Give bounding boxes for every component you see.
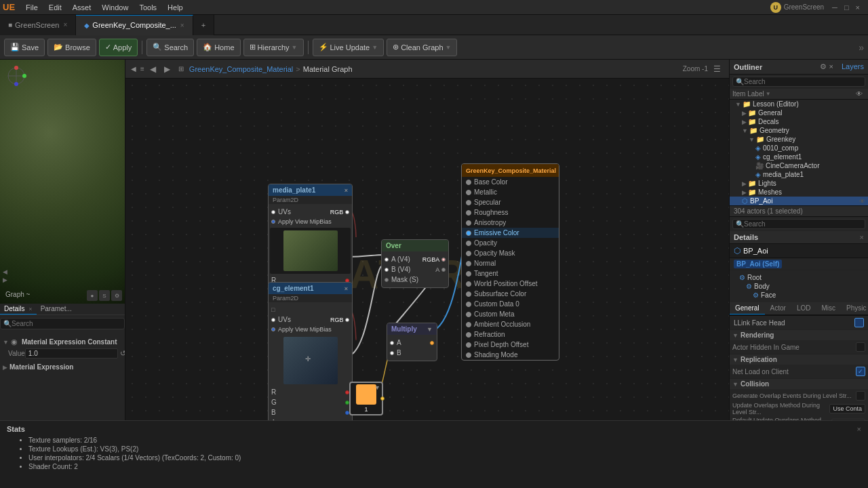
nav-forward[interactable]: ▶ [161,63,173,75]
cg-element1-node[interactable]: cg_element1 × Param2D □ UVs RGB [268,282,353,441]
menu-edit[interactable]: Edit [43,2,67,13]
col-eye[interactable]: 👁 [853,90,865,98]
graph-options[interactable]: ☰ [711,63,724,75]
main-pin-opacity-mask-label: Opacity Mask [474,249,515,257]
tree-item-greenkey[interactable]: ▼ 📁 Greenkey [730,135,868,144]
nav-home[interactable]: ⊞ [176,64,186,74]
main-pin-refraction-label: Refraction [474,331,505,338]
tree-item-meshes[interactable]: ▶ 📁 Meshes [730,188,868,197]
mat-expr-header[interactable]: ▼ ◉ Material Expression Constant [3,336,122,348]
tree-item-geometry[interactable]: ▼ 📁 Geometry [730,126,868,135]
apply-button[interactable]: ✓ Apply [99,39,138,56]
home-button[interactable]: 🏠 Home [197,39,240,56]
multiply-node[interactable]: Multiply ▼ A B [387,323,437,361]
tree-item-decals[interactable]: ▶ 📁 Decals [730,117,868,126]
nav-gizmo[interactable] [5,65,27,87]
cg-element1-title: cg_element1 [273,285,314,292]
preview-lit-btn[interactable]: ● [87,290,98,301]
left-search-input[interactable] [12,320,121,327]
over-node[interactable]: Over A (V4) RGBA B [381,239,449,288]
tree-node-root[interactable]: ⚙ Root [732,273,865,282]
tab-greenscreen[interactable]: ■ GreenScreen × [0,15,76,35]
breadcrumb-material[interactable]: GreenKey_Composite_Material [189,65,293,73]
outliner-settings-btn[interactable]: ⚙ [820,62,827,71]
stats-close[interactable]: × [857,425,861,433]
search-button[interactable]: 🔍 Search [146,39,194,56]
main-material-node[interactable]: GreenKey_Composite_Material Base Color M… [461,163,559,361]
window-close[interactable]: × [853,3,863,12]
tree-item-lights[interactable]: ▶ 📁 Lights [730,179,868,188]
cg-element1-close[interactable]: × [344,285,348,292]
const-node-settings[interactable]: ▼ [374,384,380,391]
drag-cursor-icon[interactable]: ✛ [305,355,316,366]
hierarchy-button[interactable]: ⊞ Hierarchy ▼ [243,39,304,56]
value-reset[interactable]: ↺ [120,349,125,358]
menu-tools[interactable]: Tools [134,2,162,13]
details-close-btn[interactable]: × [860,233,864,241]
tab-greenscreen-close[interactable]: × [63,21,67,28]
constant-node[interactable]: ▼ 1 [349,382,383,415]
live-update-button[interactable]: ⚡ Live Update ▼ [313,39,384,56]
preview-show-btn[interactable]: S [99,290,110,301]
preview-side-btn-1[interactable]: ◀ [3,268,7,275]
collision-group-header[interactable]: ▼ Collision [730,379,868,389]
update-overlap-val[interactable]: Use Conta [829,404,865,413]
tree-item-bp-aoi[interactable]: ⬡ BP_Aoi 👁 [730,197,868,205]
browse-button[interactable]: 📂 Browse [47,39,96,56]
preview-side-btn-2[interactable]: ▶ [3,277,7,283]
tab-params[interactable]: Paramet... [37,304,76,314]
outliner-layers-btn[interactable]: Layers [842,62,864,71]
menu-help[interactable]: Help [162,2,189,13]
tab-composite-close[interactable]: × [180,22,184,29]
tab-add[interactable]: + [193,15,214,35]
tree-item-building[interactable]: ▶ 📁 General [730,108,868,117]
tab-composite[interactable]: ◆ GreenKey_Composite_... × [76,15,193,35]
tree-item-cine-camera[interactable]: 🎥 CineCameraActor [730,161,868,170]
llink-face-head-check[interactable] [854,318,864,327]
media-plate1-uvs-label: UVs [278,208,291,216]
rendering-group-header[interactable]: ▼ Rendering [730,330,868,340]
details-tab-general[interactable]: General [730,302,765,314]
graph-canvas[interactable]: MATERIAL [125,79,729,469]
details-search-input[interactable] [744,220,862,228]
nav-back[interactable]: ◀ [147,63,159,75]
tree-item-cg-element1[interactable]: ◈ cg_element1 [730,152,868,161]
details-tab-misc[interactable]: Misc [816,302,841,314]
tree-item-lesson[interactable]: ▼ 📁 Lesson (Editor) [730,100,868,108]
actor-hidden-check[interactable] [856,342,865,352]
menu-window[interactable]: Window [96,2,134,13]
menu-asset[interactable]: Asset [67,2,97,13]
details-tab-actor[interactable]: Actor [765,302,791,314]
details-tab-phys[interactable]: Physic [841,302,868,314]
tab-params-label: Paramet... [41,305,72,312]
tree-item-0010comp[interactable]: ◈ 0010_comp [730,144,868,152]
multiply-dropdown[interactable]: ▼ [427,326,433,333]
col-item-label[interactable]: Item Label ▼ [732,90,853,98]
outliner-search-input[interactable] [744,78,862,85]
preview-settings-btn[interactable]: ⚙ [111,290,122,301]
media-plate1-close[interactable]: × [344,187,348,194]
save-button[interactable]: 💾 Save [4,39,45,56]
clean-graph-button[interactable]: ⊛ Clean Graph ▼ [387,39,457,56]
tree-node-face[interactable]: ⚙ Face [732,291,865,300]
main-pin-custom0: Custom Data 0 [462,299,559,309]
gen-overlap-check[interactable] [856,391,865,401]
tree-item-media-plate1[interactable]: ◈ media_plate1 [730,170,868,179]
net-load-check[interactable]: ✓ [856,367,865,376]
const-color-swatch[interactable] [356,384,376,405]
outliner-close-btn[interactable]: × [829,62,833,71]
panel-toggle[interactable]: ◀ [131,65,136,73]
toolbar-overflow[interactable]: » [859,42,864,53]
window-minimize[interactable]: ─ [829,3,840,12]
details-tab-lod[interactable]: LOD [791,302,816,314]
window-maximize[interactable]: □ [842,3,852,12]
tree-eye-bp-aoi[interactable]: 👁 [859,198,865,205]
replication-group-header[interactable]: ▼ Replication [730,354,868,365]
tree-node-body[interactable]: ⚙ Body [732,282,865,291]
mat-expr-header-2[interactable]: ▶ Material Expression [3,362,122,372]
menu-file[interactable]: File [20,2,43,13]
panel-toggle-2[interactable]: ≡ [140,65,144,73]
value-input[interactable] [25,348,118,359]
tab-details-close[interactable]: × [28,306,32,312]
tab-details[interactable]: Details × [0,304,37,314]
